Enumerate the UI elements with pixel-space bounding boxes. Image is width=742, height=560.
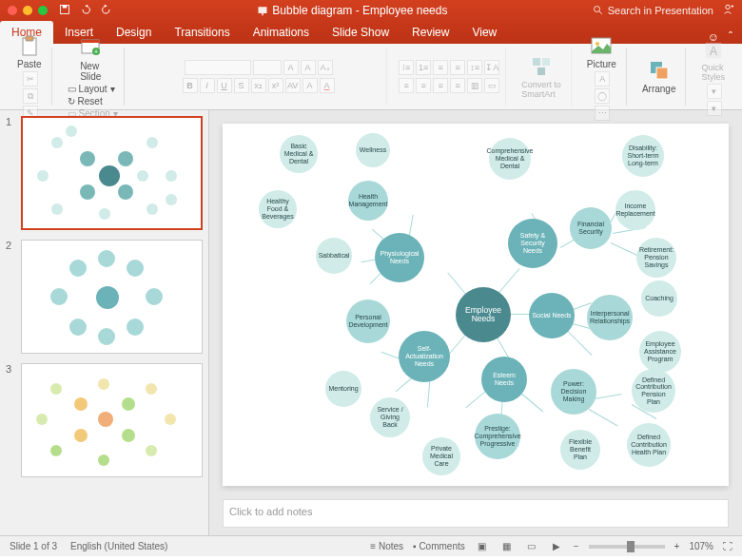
- slideshow-view-icon[interactable]: ▶: [549, 540, 564, 553]
- normal-view-icon[interactable]: ▣: [475, 540, 490, 553]
- collapse-ribbon-icon[interactable]: ˆ: [729, 30, 732, 44]
- subscript-button[interactable]: x₂: [251, 78, 266, 93]
- italic-button[interactable]: I: [200, 78, 215, 93]
- close-window-button[interactable]: [8, 6, 17, 15]
- shrink-font-icon[interactable]: A: [301, 60, 316, 75]
- node-healthy-food[interactable]: Healthy Food & Beverages: [259, 190, 297, 228]
- grow-font-icon[interactable]: A: [283, 60, 299, 75]
- node-dchp[interactable]: Defined Contribution Health Plan: [627, 423, 671, 467]
- text-direction-icon[interactable]: ↧A: [484, 60, 499, 75]
- font-select[interactable]: [185, 60, 251, 75]
- indent-right-icon[interactable]: ≡: [450, 60, 465, 75]
- underline-button[interactable]: U: [217, 78, 232, 93]
- copy-icon[interactable]: ⧉: [23, 88, 38, 104]
- share-icon[interactable]: [721, 3, 734, 18]
- align-center-icon[interactable]: ≡: [416, 78, 431, 93]
- indent-left-icon[interactable]: ≡: [433, 60, 448, 75]
- tab-view[interactable]: View: [460, 21, 508, 44]
- tab-slideshow[interactable]: Slide Show: [321, 21, 400, 44]
- bold-button[interactable]: B: [183, 78, 198, 93]
- node-interpersonal[interactable]: Interpersonal Relationships: [587, 295, 633, 340]
- node-income[interactable]: Income Replacement: [615, 190, 655, 230]
- thumbnail-2[interactable]: 2: [6, 240, 203, 354]
- fit-to-window-icon[interactable]: ⛶: [723, 541, 732, 551]
- sorter-view-icon[interactable]: ▦: [499, 540, 515, 553]
- node-power[interactable]: Power: Decision Making: [551, 369, 596, 415]
- redo-icon[interactable]: [101, 4, 112, 17]
- arrange-button[interactable]: Arrange: [638, 57, 680, 96]
- justify-icon[interactable]: ≡: [450, 78, 465, 93]
- line-spacing-icon[interactable]: ↕≡: [467, 60, 482, 75]
- align-left-icon[interactable]: ≡: [399, 78, 414, 93]
- language-indicator[interactable]: English (United States): [70, 541, 167, 551]
- node-center[interactable]: Employee Needs: [456, 287, 511, 342]
- node-flex-benefit[interactable]: Flexible Benefit Plan: [560, 430, 600, 470]
- node-basic-medical[interactable]: Basic Medical & Dental: [280, 135, 318, 173]
- node-personal-dev[interactable]: Personal Development: [346, 299, 390, 343]
- smartart-button[interactable]: Convert to SmartArt: [517, 53, 565, 101]
- node-disability[interactable]: Disability: Short-term Long-term: [622, 135, 664, 177]
- slide-thumbnails[interactable]: 1 2: [0, 110, 209, 535]
- numbering-icon[interactable]: 1≡: [416, 60, 431, 75]
- node-social[interactable]: Social Needs: [529, 293, 575, 338]
- comments-toggle[interactable]: ▪ Comments: [413, 541, 465, 551]
- node-esteem[interactable]: Esteem Needs: [481, 357, 527, 402]
- node-eap[interactable]: Employee Assistance Program: [639, 331, 681, 373]
- reading-view-icon[interactable]: ▭: [524, 540, 539, 553]
- reset-button[interactable]: ↻ Reset: [68, 96, 118, 106]
- bullets-icon[interactable]: ⁝≡: [399, 60, 414, 75]
- node-private-medical[interactable]: Private Medical Care: [422, 437, 460, 475]
- align-right-icon[interactable]: ≡: [433, 78, 448, 93]
- node-prestige[interactable]: Prestige: Comprehensive Progressive: [475, 414, 520, 459]
- node-mentoring[interactable]: Mentoring: [325, 371, 361, 407]
- tab-review[interactable]: Review: [400, 21, 460, 44]
- shape-outline-icon[interactable]: ▾: [707, 101, 722, 116]
- thumbnail-3[interactable]: 3: [6, 363, 203, 477]
- char-spacing-icon[interactable]: AV: [285, 78, 301, 93]
- zoom-out-button[interactable]: −: [574, 541, 579, 551]
- font-color-icon[interactable]: A: [320, 78, 335, 93]
- zoom-level[interactable]: 107%: [689, 541, 713, 551]
- slide-canvas[interactable]: Employee Needs Physiological Needs Safet…: [223, 124, 729, 486]
- node-health-mgmt[interactable]: Health Management: [348, 181, 388, 221]
- node-self-actualization[interactable]: Self-Actualization Needs: [399, 331, 450, 382]
- notes-pane[interactable]: Click to add notes: [223, 499, 729, 528]
- columns-icon[interactable]: ▥: [467, 78, 482, 93]
- node-wellness[interactable]: Wellness: [356, 133, 390, 167]
- node-comp-medical[interactable]: Comprehensive Medical & Dental: [489, 138, 531, 180]
- zoom-slider[interactable]: [589, 545, 665, 549]
- picture-button[interactable]: Picture: [583, 32, 620, 71]
- shape-fill-icon[interactable]: ▾: [707, 84, 722, 99]
- node-service[interactable]: Service / Giving Back: [370, 397, 410, 437]
- node-financial-security[interactable]: Financial Security: [570, 207, 612, 249]
- undo-icon[interactable]: [80, 4, 91, 17]
- tab-design[interactable]: Design: [105, 21, 163, 44]
- font-size[interactable]: [253, 60, 282, 75]
- notes-toggle[interactable]: ≡ Notes: [370, 541, 403, 551]
- textbox-icon[interactable]: A: [595, 71, 610, 87]
- cut-icon[interactable]: ✂: [23, 71, 38, 87]
- zoom-in-button[interactable]: +: [674, 541, 680, 551]
- save-icon[interactable]: [59, 4, 70, 17]
- layout-button[interactable]: ▭ Layout ▾: [68, 84, 118, 94]
- strike-button[interactable]: S: [234, 78, 249, 93]
- node-physiological[interactable]: Physiological Needs: [375, 233, 424, 282]
- quick-styles-button[interactable]: A Quick Styles: [697, 38, 729, 84]
- node-sabbatical[interactable]: Sabbatical: [316, 238, 352, 274]
- zoom-window-button[interactable]: [38, 6, 48, 15]
- search-box[interactable]: Search in Presentation: [593, 5, 713, 16]
- tab-transitions[interactable]: Transitions: [163, 21, 241, 44]
- align-text-icon[interactable]: ▭: [484, 78, 499, 93]
- superscript-button[interactable]: x²: [268, 78, 283, 93]
- more-icon[interactable]: ⋯: [595, 106, 610, 121]
- node-retirement[interactable]: Retirement: Pension Savings: [636, 238, 676, 278]
- node-safety[interactable]: Safety & Security Needs: [508, 219, 557, 268]
- node-dcpp[interactable]: Defined Contribution Pension Plan: [632, 369, 675, 413]
- tab-animations[interactable]: Animations: [242, 21, 321, 44]
- shapes-icon[interactable]: ◯: [595, 88, 610, 104]
- new-slide-button[interactable]: + New Slide: [75, 34, 106, 84]
- clear-format-icon[interactable]: Aₓ: [318, 60, 333, 75]
- minimize-window-button[interactable]: [23, 6, 32, 15]
- paste-button[interactable]: Paste: [13, 32, 46, 71]
- node-coaching[interactable]: Coaching: [641, 280, 677, 317]
